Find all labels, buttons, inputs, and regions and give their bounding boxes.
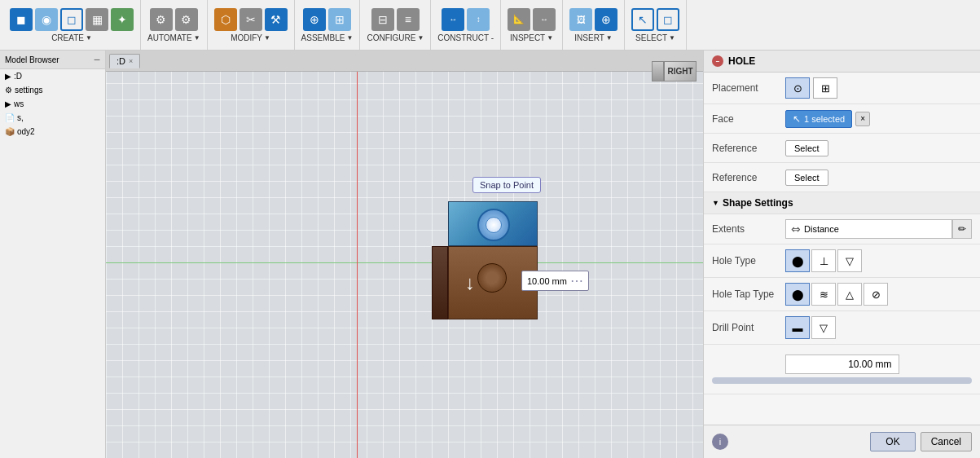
configure-icon-1: ⊟ bbox=[371, 8, 394, 31]
extents-row: Extents ⇔ Distance ✏ bbox=[704, 214, 980, 244]
toolbar-group-insert[interactable]: 🖼 ⊕ INSERT ▼ bbox=[563, 0, 625, 50]
reference-row-2: Reference Select bbox=[704, 163, 980, 192]
extents-input[interactable]: ⇔ Distance bbox=[785, 219, 952, 239]
automate-arrow: ▼ bbox=[194, 34, 200, 42]
tab-close-icon[interactable]: × bbox=[129, 57, 133, 65]
configure-icons: ⊟ ≡ bbox=[371, 8, 420, 31]
extents-edit-button[interactable]: ✏ bbox=[952, 219, 972, 239]
toolbar: ◼ ◉ ◻ ▦ ✦ CREATE ▼ ⚙ ⚙ AUTOMATE ▼ ⬡ ✂ ⚒ … bbox=[0, 0, 980, 51]
dimension-row bbox=[704, 345, 980, 394]
toolbar-group-create[interactable]: ◼ ◉ ◻ ▦ ✦ CREATE ▼ bbox=[3, 0, 141, 50]
assemble-icons: ⊕ ⊞ bbox=[303, 8, 351, 31]
automate-icon-1: ⚙ bbox=[150, 8, 173, 31]
create-icons: ◼ ◉ ◻ ▦ ✦ bbox=[10, 8, 134, 31]
placement-row: Placement ⊙ ⊞ bbox=[704, 73, 980, 104]
view-cube-face[interactable]: RIGHT bbox=[664, 61, 697, 81]
browser-item-1[interactable]: ⚙ settings bbox=[0, 83, 105, 97]
placement-grid-button[interactable]: ⊞ bbox=[813, 77, 837, 99]
reference-1-select-button[interactable]: Select bbox=[785, 140, 828, 156]
create-icon-4: ▦ bbox=[86, 8, 108, 31]
browser-item-3[interactable]: 📄 s, bbox=[0, 111, 105, 125]
toolbar-group-construct[interactable]: ↔ ↕ CONSTRUCT - bbox=[431, 0, 501, 50]
assemble-arrow: ▼ bbox=[346, 34, 353, 42]
hole-tap-simple-button[interactable]: ⬤ bbox=[785, 283, 810, 306]
automate-icon-2: ⚙ bbox=[175, 8, 198, 31]
face-label: Face bbox=[712, 113, 785, 125]
panel-close-button[interactable]: − bbox=[712, 55, 723, 67]
face-content: ↖ 1 selected × bbox=[785, 110, 972, 128]
browser-item-0[interactable]: ▶ :D bbox=[0, 69, 105, 83]
hole-indicator bbox=[477, 209, 510, 241]
collapse-model-browser[interactable]: − bbox=[94, 53, 100, 66]
viewport-grid bbox=[106, 51, 703, 458]
reference-row-1: Reference Select bbox=[704, 134, 980, 163]
hole-type-label: Hole Type bbox=[712, 255, 785, 266]
measure-label: 10.00 mm ⋯ bbox=[521, 271, 589, 291]
hole-inner bbox=[486, 217, 502, 233]
toolbar-group-automate[interactable]: ⚙ ⚙ AUTOMATE ▼ bbox=[141, 0, 208, 50]
hole-tap-tapered-button[interactable]: △ bbox=[837, 283, 862, 306]
hole-type-countersink-button[interactable]: ▽ bbox=[837, 249, 862, 272]
viewport[interactable]: :D × ↓ Snap to Point 10.00 bbox=[106, 51, 703, 458]
inspect-icon-1: 📐 bbox=[508, 8, 530, 31]
select-label: SELECT ▼ bbox=[635, 33, 675, 42]
measure-dots-icon[interactable]: ⋯ bbox=[570, 273, 583, 288]
panel-footer: i OK Cancel bbox=[704, 425, 980, 458]
browser-item-icon-3: 📄 bbox=[5, 113, 15, 122]
hole-type-simple-button[interactable]: ⬤ bbox=[785, 249, 810, 272]
face-selected-label: 1 selected bbox=[804, 114, 845, 124]
ok-button[interactable]: OK bbox=[870, 432, 915, 451]
create-icon-3: ◻ bbox=[60, 8, 83, 31]
viewport-tab-main[interactable]: :D × bbox=[109, 54, 140, 68]
shape-settings-section[interactable]: ▼ Shape Settings bbox=[704, 192, 980, 214]
reference-1-content: Select bbox=[785, 140, 972, 156]
face-cursor-icon: ↖ bbox=[793, 113, 801, 125]
drill-point-angled-button[interactable]: ▽ bbox=[811, 316, 836, 339]
drill-point-icons: ▬ ▽ bbox=[785, 316, 836, 339]
hole-tap-custom-button[interactable]: ⊘ bbox=[864, 283, 888, 306]
toolbar-group-select[interactable]: ↖ ◻ SELECT ▼ bbox=[625, 0, 687, 50]
panel-title: HOLE bbox=[728, 55, 755, 67]
assemble-label: ASSEMBLE ▼ bbox=[301, 33, 354, 42]
hole-tap-type-row: Hole Tap Type ⬤ ≋ △ ⊘ bbox=[704, 278, 980, 311]
toolbar-group-inspect[interactable]: 📐 ↔ INSPECT ▼ bbox=[501, 0, 563, 50]
dimension-input[interactable] bbox=[785, 355, 899, 374]
automate-label: AUTOMATE ▼ bbox=[147, 33, 200, 42]
drill-point-flat-button[interactable]: ▬ bbox=[785, 316, 810, 339]
toolbar-group-assemble[interactable]: ⊕ ⊞ ASSEMBLE ▼ bbox=[295, 0, 361, 50]
create-label: CREATE ▼ bbox=[51, 33, 92, 42]
shape-settings-arrow: ▼ bbox=[712, 199, 719, 207]
hole-type-icons: ⬤ ⊥ ▽ bbox=[785, 249, 862, 272]
3d-object: ↓ bbox=[432, 201, 538, 332]
view-cube[interactable]: RIGHT bbox=[648, 57, 697, 102]
hole-tap-threaded-button[interactable]: ≋ bbox=[811, 283, 836, 306]
reference-1-label: Reference bbox=[712, 143, 785, 154]
hole-type-counterbore-button[interactable]: ⊥ bbox=[811, 249, 836, 272]
browser-item-icon-0: ▶ bbox=[5, 72, 11, 81]
construct-icon-2: ↕ bbox=[467, 8, 490, 31]
reference-2-select-button[interactable]: Select bbox=[785, 170, 828, 186]
browser-item-4[interactable]: 📦 ody2 bbox=[0, 125, 105, 139]
footer-buttons: OK Cancel bbox=[870, 432, 972, 451]
create-icon-5: ✦ bbox=[111, 8, 134, 31]
toolbar-group-modify[interactable]: ⬡ ✂ ⚒ MODIFY ▼ bbox=[208, 0, 295, 50]
create-arrow: ▼ bbox=[86, 34, 92, 42]
automate-icons: ⚙ ⚙ bbox=[150, 8, 198, 31]
inspect-icons: 📐 ↔ bbox=[508, 8, 556, 31]
insert-icon-2: ⊕ bbox=[595, 8, 617, 31]
face-clear-button[interactable]: × bbox=[855, 112, 870, 126]
toolbar-group-configure[interactable]: ⊟ ≡ CONFIGURE ▼ bbox=[360, 0, 431, 50]
extents-distance-icon: ⇔ bbox=[791, 222, 801, 236]
insert-icons: 🖼 ⊕ bbox=[569, 8, 617, 31]
face-selected-button[interactable]: ↖ 1 selected bbox=[785, 110, 852, 128]
browser-item-2[interactable]: ▶ ws bbox=[0, 97, 105, 111]
inspect-arrow: ▼ bbox=[547, 34, 553, 42]
scrollbar-hint[interactable] bbox=[712, 377, 972, 384]
placement-single-button[interactable]: ⊙ bbox=[785, 77, 810, 99]
info-button[interactable]: i bbox=[712, 434, 728, 450]
cancel-button[interactable]: Cancel bbox=[921, 432, 972, 451]
vertical-axis bbox=[357, 51, 358, 458]
panel-header: − HOLE bbox=[704, 51, 980, 73]
hole-panel: − HOLE Placement ⊙ ⊞ Face ↖ 1 selected bbox=[703, 51, 980, 458]
cube-side bbox=[432, 246, 448, 319]
